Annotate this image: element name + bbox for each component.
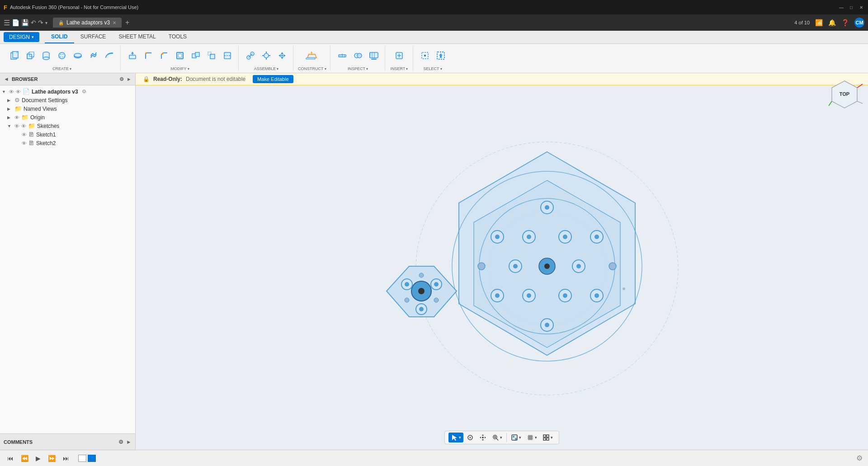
tab-solid[interactable]: SOLID — [45, 31, 74, 43]
redo-icon[interactable]: ↷ — [38, 19, 43, 26]
notifications-icon[interactable]: 🔔 — [828, 19, 836, 26]
design-dropdown-icon: ▾ — [32, 35, 34, 39]
cursor-button[interactable]: ▾ — [448, 433, 463, 442]
create-label[interactable]: CREATE ▾ — [52, 66, 71, 71]
fillet-button[interactable] — [141, 50, 156, 61]
browser-item-sketches[interactable]: ▼ 👁 👁 📁 Sketches — [0, 122, 135, 130]
expander-settings[interactable]: ▶ — [7, 98, 13, 103]
insert-label[interactable]: INSERT ▾ — [391, 66, 408, 71]
eye-icon-sketch1[interactable]: 👁 — [22, 132, 27, 137]
eye-icon-root[interactable]: 👁 — [9, 89, 14, 94]
browser-back-icon[interactable]: ◄ — [4, 76, 9, 82]
measure-button[interactable] — [335, 50, 349, 61]
view-layout-button[interactable]: ▾ — [540, 433, 555, 442]
expander-origin[interactable]: ▶ — [7, 115, 13, 120]
window-select-button[interactable] — [434, 50, 448, 61]
combine-button[interactable] — [189, 50, 203, 61]
tab-surface[interactable]: SURFACE — [74, 31, 113, 43]
help-icon[interactable]: ❓ — [841, 19, 849, 26]
comments-settings-icon[interactable]: ⚙ — [118, 439, 123, 445]
cylinder-button[interactable] — [39, 50, 53, 61]
skip-forward-button[interactable]: ⏭ — [61, 454, 71, 463]
comments-expand-icon[interactable]: ► — [126, 439, 132, 445]
new-file-icon[interactable]: 📄 — [12, 19, 19, 26]
tab-tools[interactable]: TOOLS — [162, 31, 193, 43]
cad-canvas[interactable]: TOP — [136, 73, 868, 450]
browser-item-sketch1[interactable]: 👁 🖹 Sketch1 — [0, 130, 135, 139]
chamfer-button[interactable] — [157, 50, 171, 61]
minimize-button[interactable]: — — [838, 4, 844, 10]
eye-icon2-root[interactable]: 👁 — [16, 89, 21, 94]
box-button[interactable] — [23, 50, 38, 61]
browser-item-sketch2[interactable]: 👁 🖹 Sketch2 — [0, 139, 135, 147]
torus-button[interactable] — [71, 50, 85, 61]
grid-button[interactable]: ▾ — [524, 433, 539, 442]
browser-collapse-icon[interactable]: ► — [127, 76, 132, 82]
display-settings-button[interactable] — [367, 50, 381, 61]
display-mode-button[interactable]: ▾ — [509, 433, 524, 442]
tab-sheet-metal[interactable]: SHEET METAL — [112, 31, 162, 43]
skip-back-button[interactable]: ⏮ — [5, 454, 15, 463]
next-button[interactable]: ⏩ — [46, 454, 57, 463]
select-button[interactable] — [418, 50, 432, 61]
press-pull-button[interactable] — [125, 50, 140, 61]
dropdown-arrow[interactable]: ▾ — [45, 20, 47, 25]
timeline-settings-icon[interactable]: ⚙ — [856, 454, 863, 462]
timeline-box-2[interactable] — [88, 455, 96, 462]
split-face-button[interactable] — [220, 50, 235, 61]
inspect-label[interactable]: INSPECT ▾ — [348, 66, 368, 71]
assemble-label[interactable]: ASSEMBLE ▾ — [254, 66, 279, 71]
coil-button[interactable] — [86, 50, 101, 61]
browser-settings-icon[interactable]: ⚙ — [119, 76, 124, 82]
eye-icon-sketches[interactable]: 👁 — [14, 123, 19, 129]
browser-item-origin[interactable]: ▶ 👁 📁 Origin — [0, 113, 135, 122]
assemble-button[interactable] — [243, 50, 258, 61]
settings-icon-root[interactable]: ⚙ — [82, 89, 86, 94]
toolbar-group-modify: MODIFY ▾ — [122, 46, 239, 71]
viewport[interactable]: 🔒 Read-Only: Document is not editable Ma… — [136, 73, 868, 450]
shell-button[interactable] — [173, 50, 187, 61]
svg-rect-138 — [543, 438, 546, 440]
browser-item-root[interactable]: ▼ 👁 👁 📄 Lathe adaptors v3 ⚙ — [0, 87, 135, 96]
account-icon[interactable]: CM — [854, 18, 864, 28]
pipe-button[interactable] — [102, 50, 117, 61]
design-button[interactable]: DESIGN ▾ — [4, 32, 39, 42]
insert-button[interactable] — [392, 50, 406, 61]
expander-root[interactable]: ▼ — [2, 89, 7, 94]
new-component-button[interactable] — [7, 50, 22, 61]
construct-label[interactable]: CONSTRUCT ▾ — [298, 66, 326, 71]
close-button[interactable]: ✕ — [858, 4, 864, 10]
orbit-button[interactable] — [464, 433, 476, 442]
timeline-box-1[interactable] — [78, 455, 86, 462]
svg-line-116 — [829, 101, 832, 106]
svg-rect-53 — [370, 52, 378, 58]
interference-button[interactable] — [351, 50, 365, 61]
view-cube[interactable]: TOP — [826, 79, 863, 115]
pan-button[interactable] — [477, 433, 489, 442]
eye-icon-sketch2[interactable]: 👁 — [22, 141, 27, 146]
tab-close-button[interactable]: ✕ — [113, 20, 116, 25]
active-document-tab[interactable]: 🔒 Lathe adaptors v3 ✕ — [53, 18, 122, 28]
updates-icon[interactable]: 📶 — [815, 19, 823, 26]
save-icon[interactable]: 💾 — [21, 19, 29, 26]
expander-named-views[interactable]: ▶ — [7, 107, 13, 111]
joint-button[interactable] — [259, 50, 274, 61]
expander-sketches[interactable]: ▼ — [7, 124, 13, 128]
eye-icon-origin[interactable]: 👁 — [14, 115, 19, 120]
select-label[interactable]: SELECT ▾ — [423, 66, 442, 71]
app-menu-icon[interactable]: ☰ — [4, 19, 10, 27]
maximize-button[interactable]: □ — [848, 4, 854, 10]
eye-icon2-sketches[interactable]: 👁 — [21, 123, 26, 129]
browser-item-doc-settings[interactable]: ▶ ⚙ Document Settings — [0, 96, 135, 104]
prev-button[interactable]: ⏪ — [19, 454, 30, 463]
move-copy-button[interactable] — [275, 50, 289, 61]
play-button[interactable]: ▶ — [34, 454, 42, 463]
offset-plane-button[interactable] — [303, 50, 321, 61]
modify-label[interactable]: MODIFY ▾ — [171, 66, 189, 71]
zoom-button[interactable]: ▾ — [490, 433, 505, 442]
new-tab-button[interactable]: + — [125, 19, 129, 27]
browser-item-named-views[interactable]: ▶ 📁 Named Views — [0, 104, 135, 113]
sphere-button[interactable] — [55, 50, 69, 61]
scale-button[interactable] — [204, 50, 219, 61]
undo-icon[interactable]: ↶ — [31, 19, 36, 26]
